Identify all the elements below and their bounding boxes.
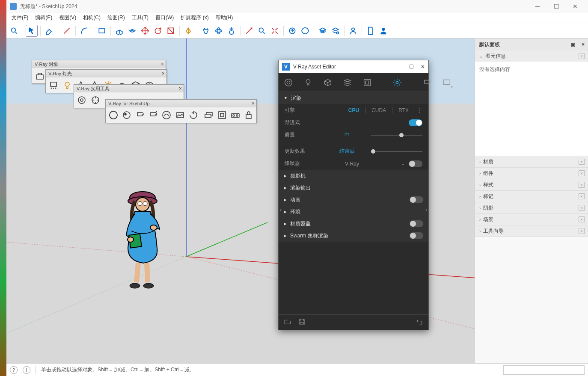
rotate-tool-icon[interactable] <box>152 25 164 37</box>
geometry-tab-icon[interactable] <box>323 77 333 88</box>
move-tool-icon[interactable] <box>139 25 151 37</box>
quality-slider[interactable] <box>371 135 422 136</box>
orbit-tool-icon[interactable] <box>213 25 225 37</box>
measurement-input[interactable] <box>503 365 585 375</box>
render-button-icon[interactable] <box>422 77 432 88</box>
menu-camera[interactable]: 相机(C) <box>80 13 104 22</box>
animation-section[interactable]: ▶动画 <box>279 194 428 206</box>
menu-draw[interactable]: 绘图(R) <box>104 13 128 22</box>
interactive-render-icon[interactable] <box>133 108 146 122</box>
zoom-tool-icon[interactable] <box>243 25 255 37</box>
vray-titlebar[interactable]: V V-Ray Asset Editor — ☐ ✕ <box>279 60 428 73</box>
output-section[interactable]: ▶渲染输出 <box>279 182 428 194</box>
vray-proxy-icon[interactable] <box>33 69 47 83</box>
maximize-button[interactable]: ☐ <box>409 64 414 70</box>
close-icon[interactable]: × <box>579 53 585 59</box>
close-icon[interactable]: × <box>579 228 585 234</box>
engine-rtx[interactable]: RTX <box>398 107 409 113</box>
environment-section[interactable]: ▶环境 <box>279 206 428 218</box>
viewport-render-icon[interactable] <box>160 108 173 122</box>
vray-sketchup-toolbar[interactable]: V-Ray for SketchUp× <box>105 99 257 123</box>
expand-left-icon[interactable]: ‹ <box>278 203 284 216</box>
close-button[interactable]: ✕ <box>566 0 585 13</box>
zoom-window-icon[interactable] <box>256 25 268 37</box>
eraser-tool-icon[interactable] <box>43 25 55 37</box>
pan-tool-icon[interactable] <box>226 25 238 37</box>
styles-section[interactable]: ›样式× <box>475 179 588 190</box>
tags-section[interactable]: ›标记× <box>475 191 588 202</box>
user-icon[interactable] <box>347 25 359 37</box>
close-icon[interactable]: × <box>579 205 585 211</box>
lock-icon[interactable] <box>242 108 255 122</box>
help-icon[interactable]: ? <box>10 366 18 374</box>
frame-buffer-tab-icon[interactable]: ▾ <box>442 77 451 88</box>
close-icon[interactable]: × <box>162 71 165 77</box>
components-section[interactable]: ›组件× <box>475 168 588 179</box>
close-icon[interactable]: × <box>579 182 585 188</box>
tray-header[interactable]: 默认面板 ▣ × <box>475 38 588 50</box>
vray-asset-editor-window[interactable]: V V-Ray Asset Editor — ☐ ✕ ▾ ‹ › ▼渲染 引擎 … <box>278 60 429 330</box>
vr-icon[interactable] <box>229 108 242 122</box>
sphere-light-icon[interactable] <box>60 78 74 92</box>
settings-tab-icon[interactable] <box>392 77 402 88</box>
close-icon[interactable]: × <box>579 193 585 199</box>
swarm-section[interactable]: ▶Swarm 集群渲染 <box>279 230 428 242</box>
expand-right-icon[interactable]: › <box>423 203 429 216</box>
maximize-button[interactable]: ☐ <box>547 0 566 13</box>
minimize-button[interactable]: — <box>397 64 402 70</box>
shadows-section[interactable]: ›阴影× <box>475 202 588 213</box>
warehouse-icon[interactable] <box>286 25 298 37</box>
pin-icon[interactable]: ▣ <box>571 42 575 47</box>
lights-tab-icon[interactable] <box>303 77 313 88</box>
materials-section[interactable]: ›材质× <box>475 156 588 167</box>
denoiser-toggle[interactable] <box>409 160 422 167</box>
util-target-icon[interactable] <box>89 93 102 107</box>
batch-render-icon[interactable] <box>202 108 215 122</box>
minimize-button[interactable]: ─ <box>528 0 547 13</box>
engine-cpu[interactable]: CPU <box>348 107 359 113</box>
close-button[interactable]: ✕ <box>421 64 425 70</box>
menu-help[interactable]: 帮助(H) <box>212 13 237 22</box>
zoom-extents-icon[interactable] <box>269 25 281 37</box>
menu-file[interactable]: 文件(F) <box>8 13 32 22</box>
entity-info-header[interactable]: ⌄ 图元信息 × <box>475 50 588 62</box>
menu-edit[interactable]: 编辑(E) <box>32 13 56 22</box>
extension-icon[interactable] <box>299 25 311 37</box>
folder-icon[interactable] <box>284 318 291 327</box>
layers-icon[interactable] <box>317 25 329 37</box>
scale-tool-icon[interactable] <box>165 25 177 37</box>
progressive-toggle[interactable] <box>409 119 422 126</box>
document-icon[interactable] <box>365 25 377 37</box>
paint-tool-icon[interactable] <box>200 25 212 37</box>
close-icon[interactable]: × <box>579 170 585 176</box>
swarm-toggle[interactable] <box>410 232 423 239</box>
close-icon[interactable]: × <box>582 41 585 47</box>
menu-extensions[interactable]: 扩展程序 (x) <box>177 13 212 22</box>
override-toggle[interactable] <box>410 220 423 227</box>
line-tool-icon[interactable] <box>61 25 73 37</box>
menu-view[interactable]: 视图(V) <box>56 13 80 22</box>
save-icon[interactable] <box>298 318 306 327</box>
pushpull-tool-icon[interactable] <box>113 25 125 37</box>
engine-more-icon[interactable]: ⋮ <box>417 107 422 113</box>
close-icon[interactable]: × <box>252 101 255 107</box>
close-icon[interactable]: × <box>579 216 585 222</box>
camera-section[interactable]: ▶摄影机 <box>279 170 428 182</box>
cloud-render-icon[interactable] <box>147 108 160 122</box>
scenes-section[interactable]: ›场景× <box>475 214 588 225</box>
asset-editor-icon[interactable] <box>107 108 120 122</box>
close-icon[interactable]: × <box>579 159 585 165</box>
offset-tool-icon[interactable] <box>126 25 138 37</box>
close-icon[interactable]: × <box>179 86 182 92</box>
tape-tool-icon[interactable] <box>182 25 194 37</box>
textures-tab-icon[interactable] <box>343 77 352 88</box>
arc-tool-icon[interactable] <box>78 25 90 37</box>
close-icon[interactable]: × <box>161 61 164 67</box>
render-section-header[interactable]: ▼渲染 <box>279 92 428 104</box>
info-icon[interactable]: i <box>23 366 30 374</box>
instructor-section[interactable]: ›工具向导× <box>475 225 588 237</box>
materials-tab-icon[interactable] <box>284 77 293 88</box>
render-elements-tab-icon[interactable] <box>362 77 372 88</box>
menu-window[interactable]: 窗口(W) <box>152 13 177 22</box>
search-icon[interactable] <box>8 25 20 37</box>
